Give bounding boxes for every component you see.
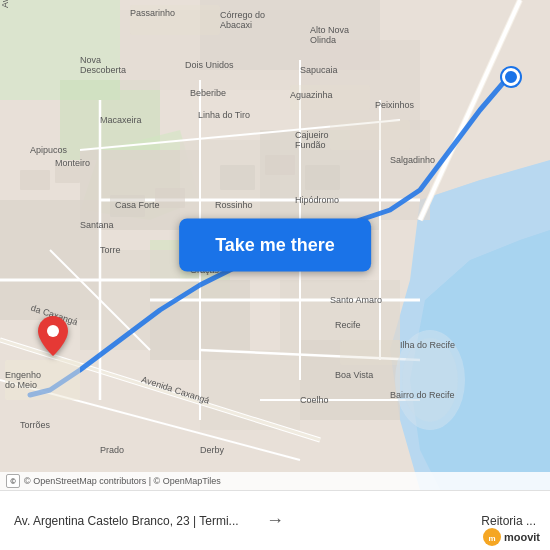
moovit-text: moovit [504, 531, 540, 543]
destination-dot [502, 68, 520, 86]
moovit-logo-icon: m [483, 528, 501, 546]
svg-rect-47 [305, 165, 340, 190]
svg-rect-43 [110, 195, 145, 217]
svg-text:m: m [488, 534, 495, 543]
svg-rect-39 [5, 360, 80, 400]
svg-rect-44 [155, 188, 185, 208]
route-arrow-icon: → [266, 510, 284, 531]
route-to-label: Reitoria ... [306, 514, 536, 528]
attribution-text: © OpenStreetMap contributors | © OpenMap… [24, 476, 221, 486]
svg-point-49 [402, 338, 458, 422]
map-attribution: © © OpenStreetMap contributors | © OpenM… [0, 472, 550, 490]
bottom-bar: Av. Argentina Castelo Branco, 23 | Termi… [0, 490, 550, 550]
map-container: Passarinho Córrego doAbacaxi Alto NovaOl… [0, 0, 550, 490]
svg-rect-41 [20, 170, 50, 190]
route-from-label: Av. Argentina Castelo Branco, 23 | Termi… [14, 514, 244, 528]
osm-logo: © [6, 474, 20, 488]
take-me-there-button[interactable]: Take me there [179, 219, 371, 272]
moovit-branding: m moovit [483, 528, 540, 546]
origin-marker [38, 316, 68, 360]
svg-rect-46 [265, 155, 295, 175]
svg-rect-38 [330, 120, 410, 150]
svg-rect-37 [290, 85, 370, 110]
svg-point-50 [47, 325, 59, 337]
svg-rect-40 [340, 340, 400, 365]
svg-rect-42 [55, 165, 80, 183]
svg-rect-36 [130, 5, 220, 35]
svg-rect-45 [220, 165, 255, 190]
